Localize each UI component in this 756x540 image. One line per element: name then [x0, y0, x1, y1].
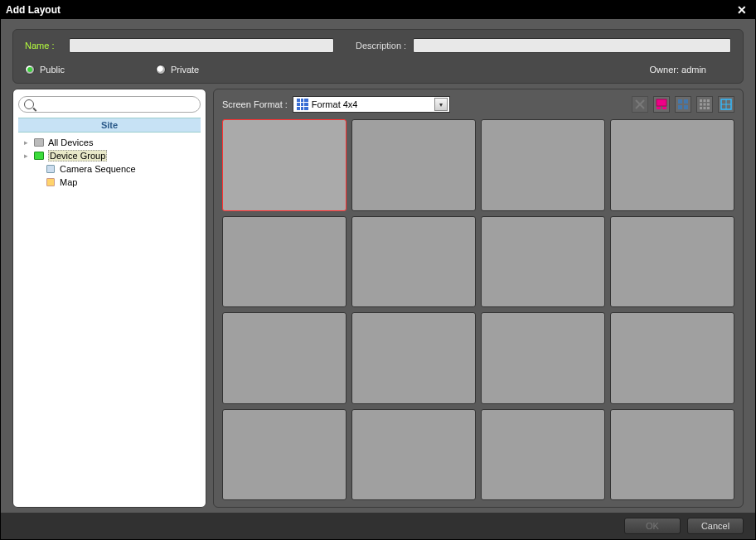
titlebar: Add Layout ✕	[1, 1, 755, 19]
private-radio[interactable]: Private	[156, 65, 199, 75]
devices-icon	[33, 137, 45, 148]
layout-cell[interactable]	[481, 119, 605, 211]
layout-cell[interactable]	[351, 119, 476, 211]
site-sidebar: Site ▸ All Devices ▸ Device Group Camera…	[12, 89, 206, 508]
radio-dot-icon	[25, 65, 35, 75]
expand-arrow-icon[interactable]: ▸	[22, 152, 30, 160]
svg-rect-7	[700, 99, 702, 102]
svg-rect-1	[657, 107, 661, 109]
layout-cell[interactable]	[610, 409, 734, 501]
layout-cell[interactable]	[481, 216, 605, 308]
screen-format-label: Screen Format :	[222, 99, 288, 109]
layout-preset-3-button[interactable]	[696, 96, 713, 113]
layout-cell[interactable]	[222, 312, 346, 404]
svg-rect-2	[662, 107, 666, 109]
ok-button-label: OK	[646, 521, 659, 531]
header-panel: Name : Description : Public Private Owne…	[12, 29, 744, 84]
svg-rect-13	[700, 107, 702, 109]
svg-rect-12	[707, 104, 710, 106]
close-icon[interactable]: ✕	[734, 3, 750, 17]
expand-arrow-icon[interactable]: ▸	[22, 138, 30, 147]
layout4-icon	[720, 99, 732, 110]
search-input[interactable]	[37, 99, 195, 110]
footer: OK Cancel	[1, 513, 755, 539]
description-label: Description :	[356, 41, 406, 51]
layout-cell[interactable]	[222, 409, 346, 501]
layout3-icon	[699, 99, 710, 110]
public-radio[interactable]: Public	[25, 65, 65, 75]
sidebar-item-label: Device Group	[48, 150, 107, 162]
grid-icon	[297, 99, 308, 110]
sidebar-item-label: Camera Sequence	[60, 164, 136, 174]
layout-cell[interactable]	[610, 119, 734, 211]
site-header: Site	[18, 118, 201, 133]
dialog-body: Site ▸ All Devices ▸ Device Group Camera…	[1, 89, 755, 513]
main-toolbar: Screen Format : Format 4x4 ▾	[222, 96, 734, 113]
screen-format-value: Format 4x4	[312, 99, 434, 109]
delete-button[interactable]	[632, 96, 648, 113]
layout-cell[interactable]	[351, 312, 476, 404]
name-desc-row: Name : Description :	[25, 38, 731, 53]
site-tree: ▸ All Devices ▸ Device Group Camera Sequ…	[18, 133, 201, 500]
map-icon	[45, 176, 56, 188]
name-label: Name :	[25, 41, 62, 51]
sidebar-item-camera-sequence[interactable]: Camera Sequence	[20, 162, 199, 176]
svg-rect-0	[657, 99, 666, 106]
public-radio-label: Public	[40, 65, 65, 75]
description-input[interactable]	[413, 38, 731, 53]
owner-label: Owner: admin	[650, 65, 706, 75]
layout-preset-2-button[interactable]	[675, 96, 691, 113]
svg-rect-8	[704, 99, 706, 102]
add-layout-dialog: Add Layout ✕ Name : Description : Public…	[0, 0, 756, 540]
layout1-icon	[656, 99, 667, 110]
private-radio-label: Private	[171, 65, 199, 75]
svg-rect-3	[678, 99, 682, 104]
svg-rect-10	[700, 104, 702, 106]
svg-rect-5	[678, 105, 682, 109]
layout-cell[interactable]	[610, 216, 734, 308]
sidebar-item-map[interactable]: Map	[20, 176, 199, 189]
sidebar-item-label: All Devices	[48, 137, 93, 147]
svg-rect-9	[707, 99, 710, 102]
layout-cell[interactable]	[481, 409, 605, 501]
cancel-button-label: Cancel	[701, 521, 729, 531]
svg-rect-14	[704, 107, 706, 109]
search-wrap	[18, 96, 201, 113]
layout2-icon	[677, 99, 689, 110]
camera-sequence-icon	[45, 163, 56, 175]
layout-cell[interactable]	[222, 119, 346, 211]
sidebar-item-all-devices[interactable]: ▸ All Devices	[20, 136, 199, 149]
sidebar-item-label: Map	[60, 177, 77, 187]
svg-rect-6	[684, 105, 688, 109]
screen-format-select[interactable]: Format 4x4 ▾	[293, 96, 450, 113]
layout-preset-1-button[interactable]	[653, 96, 670, 113]
svg-rect-15	[707, 107, 710, 109]
layout-cell[interactable]	[351, 409, 476, 501]
ok-button[interactable]: OK	[624, 518, 681, 534]
name-input[interactable]	[69, 38, 334, 53]
cancel-button[interactable]: Cancel	[687, 518, 744, 534]
device-group-icon	[33, 150, 45, 162]
radio-dot-icon	[156, 65, 166, 75]
layout-cell[interactable]	[610, 312, 734, 404]
visibility-row: Public Private Owner: admin	[25, 65, 731, 75]
x-icon	[634, 99, 646, 110]
layout-cell[interactable]	[481, 312, 605, 404]
svg-rect-11	[704, 104, 706, 106]
layout-cell[interactable]	[351, 216, 476, 308]
layout-cell[interactable]	[222, 216, 346, 308]
layout-grid	[222, 119, 734, 500]
main-panel: Screen Format : Format 4x4 ▾	[213, 89, 744, 508]
svg-rect-4	[684, 99, 688, 104]
sidebar-item-device-group[interactable]: ▸ Device Group	[20, 149, 199, 162]
chevron-down-icon: ▾	[434, 98, 448, 111]
dialog-title: Add Layout	[6, 4, 61, 16]
search-icon	[24, 99, 34, 109]
layout-preset-4-button[interactable]	[718, 96, 734, 113]
